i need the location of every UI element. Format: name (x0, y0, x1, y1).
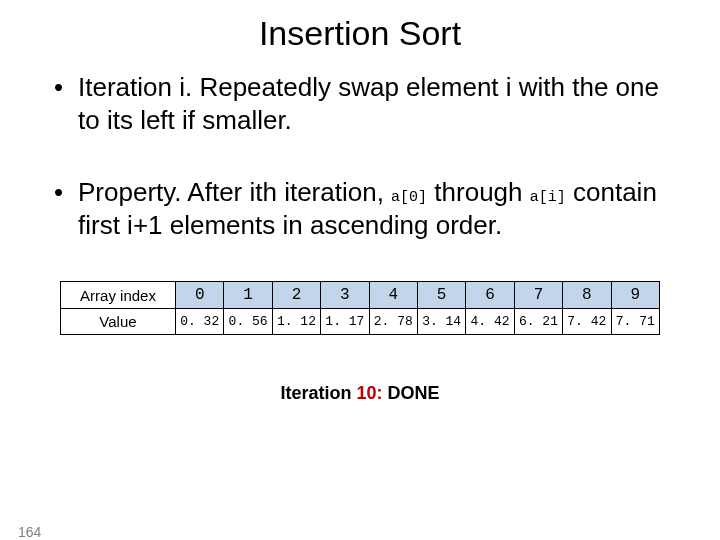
iteration-number: 10: (356, 383, 382, 403)
index-cell: 6 (466, 282, 514, 309)
value-cell: 4. 42 (466, 309, 514, 335)
value-cell: 0. 56 (224, 309, 272, 335)
value-cell: 3. 14 (417, 309, 465, 335)
value-cell: 7. 71 (611, 309, 659, 335)
value-cell: 6. 21 (514, 309, 562, 335)
index-cell: 7 (514, 282, 562, 309)
slide: Insertion Sort Iteration i. Repeatedly s… (0, 14, 720, 540)
bullet-list: Iteration i. Repeatedly swap element i w… (0, 71, 720, 241)
index-cell: 5 (417, 282, 465, 309)
index-cell: 2 (272, 282, 320, 309)
bullet-2-text-a: Property. After ith iteration, (78, 177, 391, 207)
row-label-value: Value (61, 309, 176, 335)
index-cell: 0 (176, 282, 224, 309)
array-table: Array index 0 1 2 3 4 5 6 7 8 9 Value 0.… (60, 281, 660, 335)
index-cell: 3 (321, 282, 369, 309)
value-cell: 1. 12 (272, 309, 320, 335)
value-cell: 2. 78 (369, 309, 417, 335)
bullet-2-text-b: through (427, 177, 530, 207)
index-cell: 1 (224, 282, 272, 309)
bullet-item-1: Iteration i. Repeatedly swap element i w… (50, 71, 670, 136)
value-cell: 0. 32 (176, 309, 224, 335)
iteration-prefix: Iteration (280, 383, 356, 403)
bullet-1-text: Iteration i. Repeatedly swap element i w… (78, 72, 659, 135)
index-cell: 4 (369, 282, 417, 309)
index-cell: 9 (611, 282, 659, 309)
index-cell: 8 (563, 282, 611, 309)
iteration-status: Iteration 10: DONE (0, 383, 720, 404)
page-number: 164 (18, 524, 41, 540)
value-cell: 7. 42 (563, 309, 611, 335)
table-row-value: Value 0. 32 0. 56 1. 12 1. 17 2. 78 3. 1… (61, 309, 660, 335)
table-row-index: Array index 0 1 2 3 4 5 6 7 8 9 (61, 282, 660, 309)
array-table-wrap: Array index 0 1 2 3 4 5 6 7 8 9 Value 0.… (60, 281, 660, 335)
iteration-suffix: DONE (383, 383, 440, 403)
bullet-item-2: Property. After ith iteration, a[0] thro… (50, 176, 670, 241)
value-cell: 1. 17 (321, 309, 369, 335)
bullet-2-code-b: a[i] (530, 189, 566, 206)
page-title: Insertion Sort (0, 14, 720, 53)
bullet-2-code-a: a[0] (391, 189, 427, 206)
row-label-index: Array index (61, 282, 176, 309)
